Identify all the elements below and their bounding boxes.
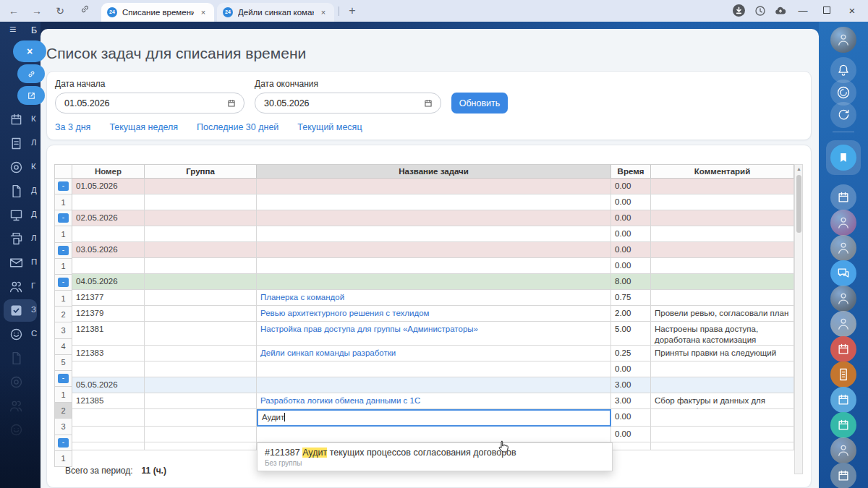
- cell-group[interactable]: [145, 194, 257, 210]
- cell-number[interactable]: 04.05.2026: [72, 274, 145, 290]
- row-index[interactable]: 2: [54, 403, 72, 419]
- cell-group[interactable]: [145, 322, 257, 346]
- cell-group[interactable]: [145, 306, 257, 322]
- cell-time[interactable]: 2.00: [611, 306, 651, 322]
- cell-comment[interactable]: [651, 427, 794, 442]
- sync-button[interactable]: [830, 102, 856, 128]
- chat-calendar-blue[interactable]: [830, 387, 856, 413]
- cell-number[interactable]: 121385: [72, 393, 145, 409]
- task-link[interactable]: Настройка прав доступа для группы «Админ…: [260, 325, 478, 333]
- chat-avatar-4[interactable]: [830, 311, 856, 337]
- profile-avatar[interactable]: [830, 27, 856, 53]
- cell-number[interactable]: 03.05.2026: [72, 242, 145, 258]
- sidebar-item-Л[interactable]: Л: [0, 228, 41, 252]
- cell-number[interactable]: [72, 442, 145, 450]
- sidebar-item-13[interactable]: [0, 419, 41, 442]
- autocomplete-item[interactable]: #121387 Аудит текущих процессов согласов…: [258, 443, 612, 471]
- cell-comment[interactable]: Приняты правки на следующий день: [651, 346, 794, 361]
- sidebar-item-К[interactable]: К: [0, 108, 41, 132]
- sidebar-item-З[interactable]: З: [0, 299, 41, 323]
- row-index[interactable]: 1: [54, 291, 72, 307]
- collapse-group-button[interactable]: -: [54, 179, 72, 194]
- tab-daily-syncup[interactable]: 24 Дейли синкап команды разра ×: [217, 3, 334, 22]
- cell-comment[interactable]: [651, 377, 794, 393]
- cell-number[interactable]: [72, 194, 145, 210]
- new-tab-icon[interactable]: +: [344, 3, 360, 19]
- cell-time[interactable]: 0.00: [611, 427, 651, 442]
- cell-group[interactable]: [145, 346, 257, 361]
- sidebar-item-Д[interactable]: Д: [0, 204, 41, 228]
- forward-icon[interactable]: →: [29, 3, 45, 19]
- panel-close-button[interactable]: ×: [13, 40, 46, 62]
- cell-number[interactable]: 05.05.2026: [72, 377, 145, 393]
- cell-group[interactable]: [145, 179, 257, 194]
- sidebar-item-К[interactable]: К: [0, 156, 41, 180]
- column-header-comment[interactable]: Комментарий: [651, 165, 794, 179]
- quick-filter-link-3[interactable]: Текущий месяц: [297, 122, 362, 132]
- row-index[interactable]: 4: [54, 339, 72, 355]
- chat-avatar-1[interactable]: [830, 210, 856, 236]
- cell-group[interactable]: [145, 409, 257, 427]
- task-link[interactable]: Планерка с командой: [260, 293, 344, 301]
- minus-icon[interactable]: -: [58, 246, 69, 255]
- calendar-icon[interactable]: [423, 98, 433, 108]
- cell-task-name[interactable]: [257, 179, 611, 194]
- cell-group[interactable]: [145, 242, 257, 258]
- scrollbar-thumb[interactable]: [796, 175, 801, 233]
- collapse-group-button[interactable]: -: [54, 275, 72, 291]
- cell-time[interactable]: 0.00: [611, 409, 651, 427]
- column-header-group[interactable]: Группа: [145, 165, 257, 179]
- cell-number[interactable]: 121377: [72, 290, 145, 306]
- tab-time-writeoff[interactable]: 24 Списание времени ×: [101, 3, 214, 22]
- cell-number[interactable]: [72, 427, 145, 442]
- cell-time[interactable]: 5.00: [611, 322, 651, 346]
- cell-group[interactable]: [145, 210, 257, 226]
- tab-close-icon[interactable]: ×: [318, 7, 328, 17]
- task-search-input[interactable]: Аудит: [257, 409, 611, 427]
- chat-calendar-teal[interactable]: [830, 412, 856, 438]
- task-link[interactable]: Ревью архитектурного решения с техлидом: [260, 309, 429, 317]
- cell-comment[interactable]: [651, 442, 794, 450]
- chat-avatar-3[interactable]: [830, 286, 856, 312]
- cell-task-name[interactable]: [257, 194, 611, 210]
- cell-comment[interactable]: Сбор фактуры и данных для начала работы: [651, 393, 794, 409]
- collapse-group-button[interactable]: -: [54, 210, 72, 226]
- cell-comment[interactable]: Настроены права доступа, доработана каст…: [651, 322, 794, 346]
- row-index[interactable]: 5: [54, 355, 72, 371]
- cell-group[interactable]: [145, 290, 257, 306]
- cell-comment[interactable]: [651, 194, 794, 210]
- cell-time[interactable]: 0.00: [611, 194, 651, 210]
- cell-task-name[interactable]: [257, 427, 611, 442]
- quick-filter-link-2[interactable]: Последние 30 дней: [197, 122, 278, 132]
- cell-task-name[interactable]: [257, 377, 611, 393]
- cell-group[interactable]: [145, 361, 257, 377]
- collapse-group-button[interactable]: -: [54, 435, 72, 451]
- cell-task-name[interactable]: [257, 258, 611, 274]
- tab-close-icon[interactable]: ×: [198, 7, 208, 17]
- cell-number[interactable]: [72, 409, 145, 427]
- chat-avatar-2[interactable]: [830, 235, 856, 261]
- hamburger-icon[interactable]: ≡: [9, 23, 16, 36]
- reload-icon[interactable]: ↻: [52, 3, 68, 19]
- sidebar-item-11[interactable]: [0, 371, 41, 395]
- table-scrollbar[interactable]: ▲: [794, 164, 803, 474]
- panel-open-new-button[interactable]: [17, 86, 45, 105]
- cell-group[interactable]: [145, 258, 257, 274]
- cell-comment[interactable]: [651, 258, 794, 274]
- chat-calendar-2[interactable]: [830, 463, 856, 488]
- sidebar-item-Г[interactable]: Г: [0, 275, 41, 299]
- collapse-group-button[interactable]: -: [54, 371, 72, 387]
- cell-number[interactable]: 01.05.2026: [72, 179, 145, 194]
- start-date-input[interactable]: 01.05.2026: [55, 93, 244, 114]
- panel-copy-link-button[interactable]: [17, 64, 45, 83]
- row-index[interactable]: 1: [54, 387, 72, 403]
- link-icon[interactable]: [77, 3, 93, 19]
- cell-time[interactable]: 3.00: [611, 393, 651, 409]
- minus-icon[interactable]: -: [58, 374, 69, 383]
- cell-time[interactable]: 0.00: [611, 179, 651, 194]
- cell-time[interactable]: 0.00: [611, 242, 651, 258]
- cell-number[interactable]: 121379: [72, 306, 145, 322]
- cell-group[interactable]: [145, 377, 257, 393]
- cell-comment[interactable]: [651, 226, 794, 242]
- cell-number[interactable]: 02.05.2026: [72, 210, 145, 226]
